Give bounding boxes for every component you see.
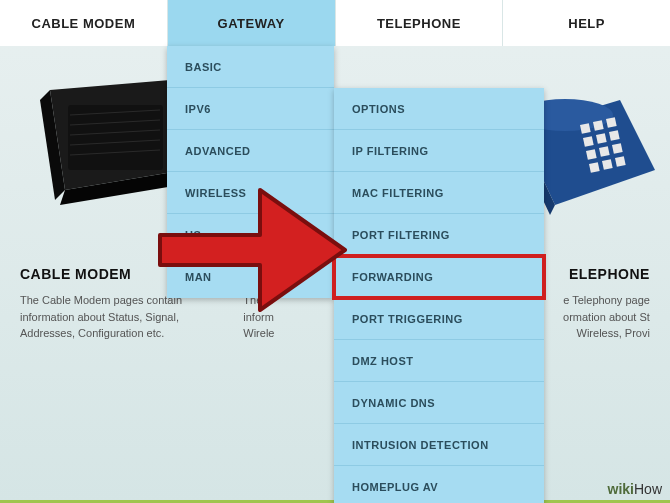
- menu-item-mac-filtering[interactable]: MAC FILTERING: [334, 172, 544, 214]
- nav-tab-telephone[interactable]: TELEPHONE: [336, 0, 504, 46]
- menu-item-wireless[interactable]: WIRELESS: [167, 172, 334, 214]
- wikihow-watermark: wikiHow: [608, 481, 662, 497]
- nav-tab-help[interactable]: HELP: [503, 0, 670, 46]
- menu-item-ip-filtering[interactable]: IP FILTERING: [334, 130, 544, 172]
- top-nav: CABLE MODEM GATEWAY TELEPHONE HELP: [0, 0, 670, 46]
- menu-item-port-filtering[interactable]: PORT FILTERING: [334, 214, 544, 256]
- menu-item-us[interactable]: US: [167, 214, 334, 256]
- menu-item-port-triggering[interactable]: PORT TRIGGERING: [334, 298, 544, 340]
- menu-item-options[interactable]: OPTIONS: [334, 88, 544, 130]
- menu-item-forwarding[interactable]: FORWARDING: [334, 256, 544, 298]
- menu-item-advanced[interactable]: ADVANCED: [167, 130, 334, 172]
- menu-item-dynamic-dns[interactable]: DYNAMIC DNS: [334, 382, 544, 424]
- menu-item-homeplug-av[interactable]: HOMEPLUG AV: [334, 466, 544, 503]
- section-desc-modem: The Cable Modem pages contain informatio…: [20, 292, 203, 342]
- menu-item-ipv6[interactable]: IPV6: [167, 88, 334, 130]
- gateway-submenu: BASIC IPV6 ADVANCED WIRELESS US MAN: [167, 46, 334, 298]
- menu-item-dmz-host[interactable]: DMZ HOST: [334, 340, 544, 382]
- nav-tab-cable-modem[interactable]: CABLE MODEM: [0, 0, 168, 46]
- advanced-submenu: OPTIONS IP FILTERING MAC FILTERING PORT …: [334, 88, 544, 503]
- menu-item-man[interactable]: MAN: [167, 256, 334, 298]
- menu-item-intrusion-detection[interactable]: INTRUSION DETECTION: [334, 424, 544, 466]
- watermark-wiki: wiki: [608, 481, 634, 497]
- watermark-how: How: [634, 481, 662, 497]
- menu-item-basic[interactable]: BASIC: [167, 46, 334, 88]
- nav-tab-gateway[interactable]: GATEWAY: [168, 0, 336, 46]
